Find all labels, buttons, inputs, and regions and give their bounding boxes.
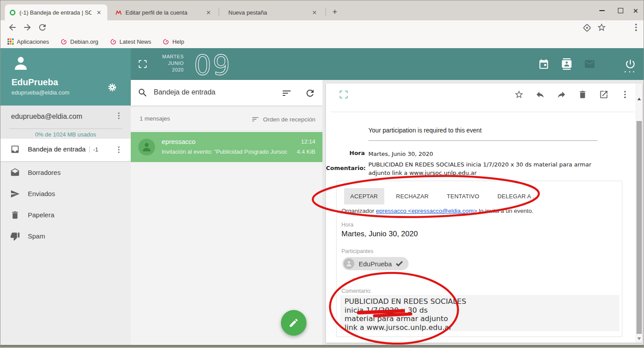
message-detail-column: Your participation is required to this e… — [322, 80, 644, 345]
sort-order-icon — [251, 115, 259, 123]
bookmark-label: Latest News — [120, 38, 152, 45]
inbox-icon — [10, 144, 20, 154]
scroll-thumb[interactable] — [636, 121, 642, 334]
top-teal-bar: MARTES JUNIO 2020 09 — [131, 48, 644, 80]
tab-close-icon[interactable]: ✕ — [95, 8, 103, 16]
mail-icon[interactable] — [584, 58, 595, 70]
sidebar-item-papelera[interactable]: Papelera — [0, 204, 131, 226]
sidebar: EduPrueba eduprueba@eldia.com eduprueba@… — [0, 48, 131, 345]
window-minimize-button[interactable] — [596, 6, 608, 15]
hora-value: Martes, Junio 30, 2020 — [368, 150, 433, 158]
sidebar-item-enviados[interactable]: Enviados — [0, 183, 131, 204]
comment-line2-prefix: inicia — [345, 306, 366, 314]
delete-icon[interactable] — [578, 90, 587, 99]
invitation-actions: ACEPTAR RECHAZAR TENTATIVO DELEGAR A ... — [344, 188, 550, 204]
contacts-icon[interactable] — [561, 58, 572, 70]
unread-count: -1 — [89, 146, 98, 153]
date-weekday: MARTES — [153, 53, 184, 60]
calendar-icon[interactable] — [538, 58, 549, 70]
person-icon — [345, 260, 352, 267]
sidebar-item-inbox[interactable]: Bandeja de entrada-1 — [0, 139, 131, 161]
divider — [9, 129, 122, 129]
organizer-suffix: lo invita a un evento. — [477, 208, 534, 214]
open-in-new-icon[interactable] — [599, 90, 609, 99]
scroll-down-arrow[interactable] — [637, 337, 641, 340]
new-tab-button[interactable]: + — [329, 6, 341, 18]
message-count: 1 mensajes — [140, 115, 170, 122]
bookmark-help[interactable]: Help — [163, 38, 184, 45]
fullscreen-icon[interactable] — [137, 59, 148, 69]
comentario-label: Comentario: — [326, 165, 365, 171]
folder-name: Bandeja de entrada — [28, 145, 86, 153]
power-icon[interactable] — [625, 58, 636, 70]
tab-close-icon[interactable]: ✕ — [205, 8, 212, 16]
user-email: eduprueba@eldia.com — [11, 89, 69, 96]
navigation-bar: webmail.eldia.com/SOGo/so/eduprueba@eldi… — [0, 20, 644, 35]
sidebar-item-borradores[interactable]: Borradores — [0, 162, 131, 183]
maximize-icon — [618, 8, 623, 13]
expand-message-icon[interactable] — [338, 89, 349, 100]
debian-swirl-icon — [61, 38, 67, 45]
date-year: 2020 — [153, 67, 184, 73]
participant-name: EduPrueba — [359, 260, 392, 268]
sidebar-user-header: EduPrueba eduprueba@eldia.com — [0, 48, 131, 106]
reply-icon[interactable] — [535, 90, 545, 99]
sidebar-item-spam[interactable]: Spam — [0, 226, 131, 247]
refresh-icon[interactable] — [305, 88, 315, 98]
search-bar[interactable]: Bandeja de entrada — [131, 80, 322, 106]
message-list-column: Bandeja de entrada 1 mensajes Orden de r… — [131, 80, 322, 345]
extension-eye-icon[interactable] — [583, 23, 591, 32]
comment-label: Comentario: — [341, 288, 371, 294]
organizer-link[interactable]: epressacco <epressacco@eldia.com> — [376, 208, 477, 214]
message-row[interactable]: epressacco 12:14 Invitación al evento: "… — [131, 132, 322, 162]
comment-line2-suffix: x 30 ds — [399, 306, 428, 314]
tab-title: Nueva pestaña — [228, 9, 307, 16]
forward-icon[interactable] — [557, 90, 566, 99]
message-sender: epressacco — [162, 138, 196, 145]
search-icon[interactable] — [137, 87, 148, 98]
participant-chip: EduPrueba — [342, 257, 409, 270]
forward-icon[interactable] — [23, 23, 32, 32]
aceptar-button[interactable]: ACEPTAR — [344, 188, 384, 204]
comment-line-1: PUBLICIDAD EN REDES SOCIALES — [345, 297, 615, 306]
message-card: Your participation is required to this e… — [326, 83, 642, 343]
bookmark-aplicaciones[interactable]: Aplicaciones — [8, 38, 49, 45]
sort-icon[interactable] — [281, 88, 292, 98]
delegar-button[interactable]: DELEGAR A ... — [491, 188, 544, 204]
rechazar-button[interactable]: RECHAZAR — [390, 188, 435, 204]
tab-inbox[interactable]: (-1) Bandeja de entrada | SO ✕ — [5, 4, 107, 20]
more-options-icon[interactable] — [620, 90, 630, 99]
back-icon[interactable] — [8, 23, 17, 32]
account-menu-icon[interactable] — [114, 111, 123, 121]
folder-menu-icon[interactable] — [114, 145, 123, 155]
scroll-up-arrow[interactable] — [637, 98, 641, 100]
organizer-prefix: Organizador — [341, 208, 376, 214]
browser-window: (-1) Bandeja de entrada | SO ✕ Editar pe… — [0, 0, 644, 348]
scrollbar[interactable] — [636, 83, 642, 343]
star-icon[interactable] — [514, 90, 524, 99]
bookmark-debian[interactable]: Debian.org — [61, 38, 98, 45]
compose-button[interactable] — [281, 310, 307, 336]
folder-title: Bandeja de entrada — [154, 88, 216, 96]
reload-icon[interactable] — [38, 23, 47, 32]
tentativo-button[interactable]: TENTATIVO — [440, 188, 485, 204]
window-close-button[interactable]: ✕ — [629, 6, 642, 15]
red-mail-favicon — [115, 9, 122, 16]
gear-icon[interactable] — [107, 83, 117, 92]
tab-close-icon[interactable]: ✕ — [311, 8, 318, 16]
bookmark-star-icon[interactable] — [597, 23, 606, 32]
browser-menu-icon[interactable] — [631, 23, 641, 32]
participation-note: Your participation is required to this e… — [368, 127, 481, 134]
event-hora-value: Martes, Junio 30, 2020 — [341, 230, 418, 238]
bookmark-label: Debian.org — [70, 38, 98, 45]
tab-nueva-pestana[interactable]: Nueva pestaña ✕ — [220, 4, 323, 20]
bookmark-latest-news[interactable]: Latest News — [110, 38, 152, 45]
comentario-value: PUBLICIDAD EN REDES SOCIALES inicia 1/7/… — [368, 160, 598, 177]
divider — [330, 112, 634, 112]
user-name: EduPrueba — [11, 77, 58, 87]
window-maximize-button[interactable] — [614, 6, 627, 15]
tab-editar-perfil[interactable]: Editar perfil de la cuenta ✕ — [111, 4, 217, 20]
sort-order-control[interactable]: Orden de recepción — [251, 115, 315, 123]
trash-icon — [10, 210, 20, 220]
sender-avatar — [138, 139, 155, 155]
